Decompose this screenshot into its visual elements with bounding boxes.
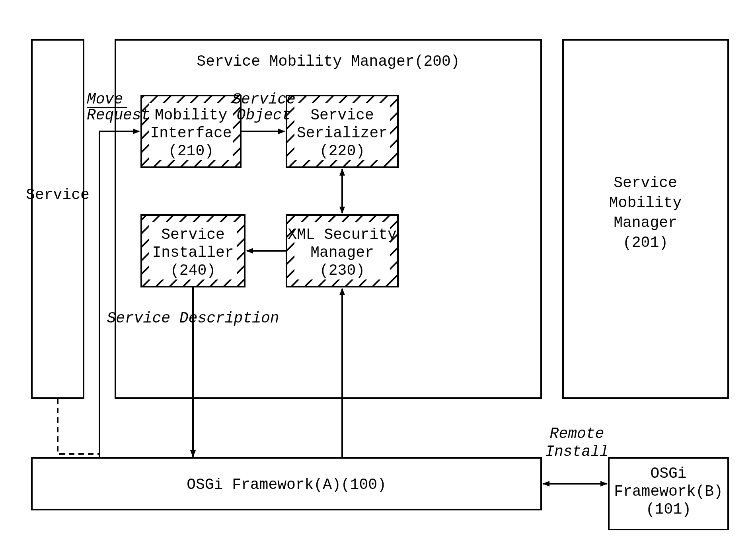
osgi-b-box: OSGi Framework(B) (101) xyxy=(609,458,728,530)
svg-text:Object: Object xyxy=(237,107,291,124)
svg-text:Service: Service xyxy=(161,226,225,243)
service-dashed-connector xyxy=(58,398,99,458)
svg-text:Service: Service xyxy=(614,174,677,192)
svg-text:Request: Request xyxy=(87,107,150,124)
svg-text:Mobility: Mobility xyxy=(155,107,227,124)
svg-text:(220): (220) xyxy=(320,143,365,160)
svg-text:(210): (210) xyxy=(168,143,214,160)
svg-text:(230): (230) xyxy=(320,262,365,279)
service-label: Service xyxy=(26,186,90,203)
service-box: Service xyxy=(26,40,90,398)
svg-text:Manager: Manager xyxy=(614,214,677,231)
svg-text:OSGi Framework(A)(100): OSGi Framework(A)(100) xyxy=(187,476,386,493)
smm200-title: Service Mobility Manager(200) xyxy=(197,53,460,70)
svg-text:(101): (101) xyxy=(646,501,691,518)
svg-text:Interface: Interface xyxy=(150,125,232,142)
svg-text:Installer: Installer xyxy=(152,244,234,261)
osgi-a-box: OSGi Framework(A)(100) xyxy=(32,458,541,510)
svg-text:Service: Service xyxy=(310,107,374,124)
svg-text:Move: Move xyxy=(87,91,123,108)
svg-text:Remote: Remote xyxy=(550,425,604,442)
svg-text:(201): (201) xyxy=(623,234,668,251)
svg-text:Service: Service xyxy=(232,91,296,108)
remote-install-arrow: Remote Install xyxy=(543,425,609,484)
svg-rect-3 xyxy=(32,40,84,398)
smm201-box: Service Mobility Manager (201) xyxy=(563,40,728,398)
svg-text:Serializer: Serializer xyxy=(297,125,388,142)
svg-text:Service Description: Service Description xyxy=(107,310,279,327)
svg-text:Install: Install xyxy=(545,443,609,460)
svg-text:XML Security: XML Security xyxy=(288,226,397,243)
svg-text:Manager: Manager xyxy=(310,244,374,261)
svg-text:OSGi: OSGi xyxy=(650,465,686,482)
mobility-interface-box: Mobility Interface (210) xyxy=(141,96,241,167)
service-serializer-box: Service Serializer (220) xyxy=(286,96,398,167)
service-installer-box: Service Installer (240) xyxy=(141,215,245,287)
svg-text:(240): (240) xyxy=(170,262,216,279)
svg-text:Framework(B): Framework(B) xyxy=(614,483,723,500)
xml-security-box: XML Security Manager (230) xyxy=(286,215,398,287)
smm200-box: Service Mobility Manager(200) Mobility I… xyxy=(115,40,541,398)
svg-text:Mobility: Mobility xyxy=(609,194,682,211)
